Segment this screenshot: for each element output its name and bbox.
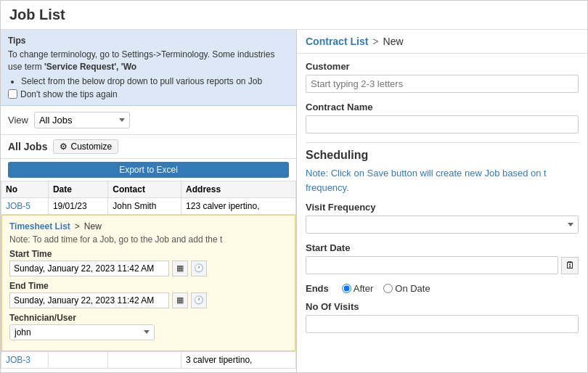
col-contact: Contact xyxy=(108,181,181,197)
all-jobs-title: All Jobs xyxy=(8,141,47,152)
after-label-text: After xyxy=(354,283,373,294)
start-date-input[interactable] xyxy=(306,256,558,274)
end-time-label: End Time xyxy=(9,281,287,291)
view-select[interactable]: All Jobs My Jobs Unassigned Jobs xyxy=(34,112,130,128)
start-time-label: Start Time xyxy=(9,249,287,259)
technician-select[interactable]: john xyxy=(9,324,155,340)
table-row: JOB-3 3 calver tipertino, xyxy=(1,351,296,368)
no-of-visits-input[interactable] xyxy=(306,315,579,333)
tips-text: To change terminology, go to Settings->T… xyxy=(8,49,289,73)
gear-icon: ⚙ xyxy=(60,142,68,152)
no-of-visits-label: No Of Visits xyxy=(306,301,579,312)
after-radio-label[interactable]: After xyxy=(342,283,373,294)
start-time-input[interactable] xyxy=(9,261,169,276)
on-date-radio-label[interactable]: On Date xyxy=(383,283,430,294)
job-date-3 xyxy=(48,351,107,368)
timesheet-sep: > xyxy=(75,221,80,231)
page-title: Job List xyxy=(9,7,579,23)
start-clock-icon[interactable]: 🕐 xyxy=(191,261,207,276)
view-label: View xyxy=(8,115,28,126)
after-radio[interactable] xyxy=(342,284,351,293)
breadcrumb-new: New xyxy=(383,36,404,47)
customer-label: Customer xyxy=(306,61,579,72)
timesheet-list-link[interactable]: Timesheet List xyxy=(9,221,70,231)
scheduling-note: Note: Click on Save button will create n… xyxy=(306,166,579,194)
dont-show-checkbox[interactable] xyxy=(8,89,17,99)
start-calendar-icon[interactable]: ▦ xyxy=(172,261,188,276)
contract-name-label: Contract Name xyxy=(306,102,579,112)
technician-label: Technician/User xyxy=(9,313,287,323)
timesheet-note: Note: To add time for a Job, go to the J… xyxy=(9,234,287,245)
visit-freq-select[interactable] xyxy=(306,216,579,234)
end-calendar-icon[interactable]: ▦ xyxy=(172,292,188,308)
job-address-3: 3 calver tipertino, xyxy=(181,351,296,368)
job-date-5: 19/01/23 xyxy=(48,197,107,214)
tips-bullet: Select from the below drop down to pull … xyxy=(21,76,289,86)
visit-freq-label: Visit Frequency xyxy=(306,202,579,213)
export-button[interactable]: Export to Excel xyxy=(8,162,289,178)
start-date-label: Start Date xyxy=(306,242,579,253)
timesheet-popup-row: Timesheet List > New Note: To add time f… xyxy=(1,214,296,351)
contract-list-link[interactable]: Contract List xyxy=(306,36,368,47)
end-time-input[interactable] xyxy=(9,292,169,308)
job-contact-3 xyxy=(108,351,181,368)
scheduling-heading: Scheduling xyxy=(306,149,579,162)
job-contact-5: John Smith xyxy=(108,197,181,214)
col-date: Date xyxy=(48,181,107,197)
dont-show-label: Don't show the tips again xyxy=(20,89,118,99)
col-no: No xyxy=(1,181,49,197)
job-address-5: 123 calver ipertino, xyxy=(181,197,296,214)
end-clock-icon[interactable]: 🕐 xyxy=(191,292,207,308)
start-date-calendar-icon[interactable]: 🗓 xyxy=(561,257,579,274)
breadcrumb-sep: > xyxy=(372,36,378,47)
col-address: Address xyxy=(181,181,296,197)
job-link-3[interactable]: JOB-3 xyxy=(6,355,30,365)
on-date-label-text: On Date xyxy=(395,283,430,294)
table-row: JOB-5 19/01/23 John Smith 123 calver ipe… xyxy=(1,197,296,214)
ends-label: Ends xyxy=(306,283,329,294)
contract-name-input[interactable] xyxy=(306,115,579,134)
job-link-5[interactable]: JOB-5 xyxy=(6,201,30,211)
customize-button[interactable]: ⚙ Customize xyxy=(53,139,118,154)
timesheet-new: New xyxy=(84,221,102,231)
on-date-radio[interactable] xyxy=(383,284,393,293)
tips-title: Tips xyxy=(8,36,289,46)
customer-input[interactable] xyxy=(306,75,579,93)
